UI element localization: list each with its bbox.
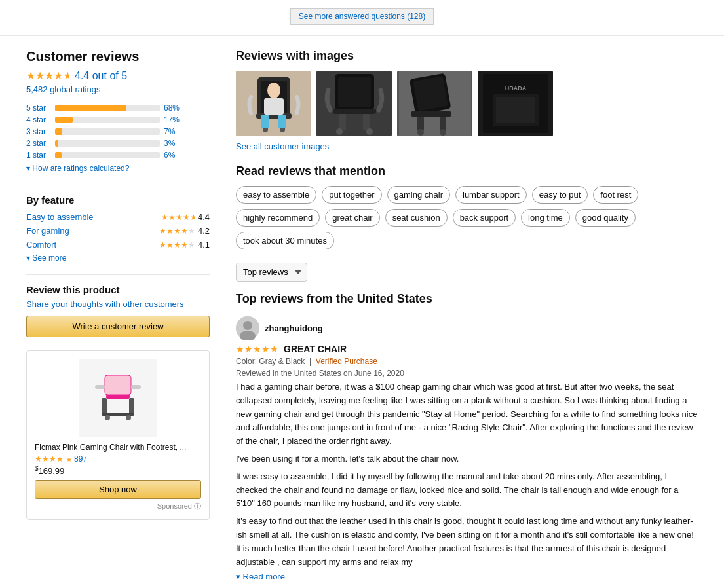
- sp-star: ★★★★: [35, 454, 64, 464]
- rating-bar-4star[interactable]: 4 star 17%: [26, 115, 210, 124]
- img4-placeholder: HBADA: [478, 71, 553, 136]
- review-image-1[interactable]: [236, 71, 311, 136]
- review-para4: It's easy to find out that the leather u…: [236, 515, 698, 569]
- svg-rect-21: [338, 77, 371, 107]
- overall-rating: ★ ★ ★ ★ ★ 4.4 out of 5: [26, 69, 210, 82]
- sponsored-product: Ficmax Pink Gaming Chair with Footrest, …: [26, 350, 210, 520]
- review-images-row: HBADA: [236, 71, 698, 136]
- star-half: ★: [63, 69, 69, 82]
- img4-svg: HBADA: [480, 71, 552, 136]
- svg-point-41: [243, 321, 252, 330]
- review-image-3[interactable]: [397, 71, 472, 136]
- tag-highly-recommend[interactable]: highly recommend: [236, 209, 320, 227]
- svg-rect-3: [129, 398, 134, 414]
- bar-pct-3: 7%: [164, 127, 175, 136]
- see-all-images-link[interactable]: See all customer images: [236, 141, 698, 151]
- bar-pct-1: 6%: [164, 151, 175, 160]
- tag-long-time[interactable]: long time: [521, 209, 570, 227]
- sponsored-label: Sponsored ⓘ: [35, 502, 201, 511]
- feature-easy-to-assemble[interactable]: Easy to assemble ★ ★ ★ ★ ★ 4.4: [26, 212, 210, 222]
- sponsored-price-value: 169.99: [39, 466, 65, 476]
- review-meta: Color: Gray & Black | Verified Purchase: [236, 357, 698, 366]
- tag-gaming-chair[interactable]: gaming chair: [387, 186, 450, 204]
- rating-bar-5star[interactable]: 5 star 68%: [26, 103, 210, 113]
- svg-point-5: [105, 415, 110, 420]
- top-reviews-us-title: Top reviews from the United States: [236, 292, 698, 306]
- tag-back-support[interactable]: back support: [453, 209, 516, 227]
- global-ratings[interactable]: 5,482 global ratings: [26, 84, 210, 94]
- share-thoughts-link[interactable]: Share your thoughts with other customers: [26, 299, 184, 309]
- s3: ★: [174, 227, 181, 236]
- chair-illustration: [92, 372, 144, 424]
- see-more-questions-button[interactable]: See more answered questions (128): [290, 8, 434, 25]
- review-title-row: ★★★★★ GREAT CHAIR: [236, 344, 698, 354]
- sort-select[interactable]: Top reviews Most recent: [236, 263, 307, 282]
- tag-30-minutes[interactable]: took about 30 minutes: [236, 232, 334, 249]
- review-image-4[interactable]: HBADA: [478, 71, 553, 136]
- read-reviews-title: Read reviews that mention: [236, 164, 698, 178]
- tag-foot-rest[interactable]: foot rest: [593, 186, 638, 204]
- review-para3: It was easy to assemble, I did it by mys…: [236, 470, 698, 511]
- top-bar: See more answered questions (128): [0, 0, 724, 36]
- bar-label-1: 1 star: [26, 151, 51, 160]
- svg-point-15: [267, 83, 280, 98]
- bar-label-2: 2 star: [26, 139, 51, 148]
- svg-point-26: [366, 128, 373, 135]
- svg-rect-24: [363, 114, 370, 130]
- rating-bar-2star[interactable]: 2 star 3%: [26, 139, 210, 148]
- feature-for-gaming[interactable]: For gaming ★ ★ ★ ★ ★ 4.2: [26, 226, 210, 236]
- tag-good-quality[interactable]: good quality: [575, 209, 636, 227]
- tag-easy-to-put[interactable]: easy to put: [532, 186, 588, 204]
- tag-easy-to-assemble[interactable]: easy to assemble: [236, 186, 316, 204]
- feature-right-3: ★ ★ ★ ★ ★ 4.1: [159, 240, 210, 249]
- svg-rect-1: [106, 395, 130, 399]
- see-more-features[interactable]: ▾ See more: [26, 253, 210, 263]
- review-color: Color: Gray & Black: [236, 357, 305, 366]
- review-date: Reviewed in the United States on June 16…: [236, 369, 698, 378]
- shop-now-button[interactable]: Shop now: [35, 480, 201, 499]
- s2: ★: [166, 240, 174, 249]
- bar-label-3: 3 star: [26, 127, 51, 136]
- reviewer-avatar: [236, 316, 259, 340]
- read-more-link[interactable]: ▾ Read more: [236, 572, 698, 581]
- review-stars: ★★★★★: [236, 344, 278, 354]
- img3-svg: [399, 71, 471, 136]
- feature-name-1: Easy to assemble: [26, 212, 94, 222]
- review-title: GREAT CHAIR: [284, 344, 347, 354]
- bar-fill-2: [55, 140, 58, 147]
- s4: ★: [181, 240, 188, 249]
- customer-reviews-heading: Customer reviews: [26, 49, 210, 64]
- feature-stars-1: ★ ★ ★ ★ ★: [161, 213, 195, 222]
- review-product-title: Review this product: [26, 284, 210, 295]
- img1-svg: [238, 71, 310, 136]
- review-image-2[interactable]: [316, 71, 392, 136]
- s1: ★: [159, 240, 166, 249]
- feature-name-3: Comfort: [26, 240, 56, 249]
- sponsored-product-image: [79, 359, 157, 437]
- feature-comfort[interactable]: Comfort ★ ★ ★ ★ ★ 4.1: [26, 240, 210, 249]
- tag-seat-cushion[interactable]: seat cushion: [385, 209, 448, 227]
- s1: ★: [159, 227, 166, 236]
- ratings-note[interactable]: ▾ How are ratings calculated?: [26, 164, 210, 173]
- svg-rect-16: [264, 98, 284, 115]
- feature-rating-1: 4.4: [198, 212, 210, 222]
- reviewer-row: zhanghuidong: [236, 316, 698, 340]
- img2-svg: [318, 71, 391, 136]
- bar-fill-4: [55, 117, 73, 123]
- rating-number: 4.4 out of 5: [75, 70, 127, 82]
- tag-lumbar-support[interactable]: lumbar support: [455, 186, 527, 204]
- star-3: ★: [45, 69, 54, 82]
- overall-stars: ★ ★ ★ ★ ★: [26, 69, 69, 82]
- tag-great-chair[interactable]: great chair: [325, 209, 379, 227]
- rating-bar-3star[interactable]: 3 star 7%: [26, 127, 210, 136]
- avatar-svg: [236, 316, 259, 340]
- rating-bar-1star[interactable]: 1 star 6%: [26, 151, 210, 160]
- sponsored-rating-count[interactable]: 897: [74, 454, 87, 464]
- svg-point-34: [440, 129, 446, 136]
- feature-rating-3: 4.1: [198, 240, 210, 249]
- write-review-button[interactable]: Write a customer review: [26, 316, 210, 337]
- svg-point-25: [336, 128, 343, 135]
- sp-half-star: ★: [66, 456, 71, 463]
- tag-put-together[interactable]: put together: [322, 186, 381, 204]
- right-column: Reviews with images: [236, 49, 698, 588]
